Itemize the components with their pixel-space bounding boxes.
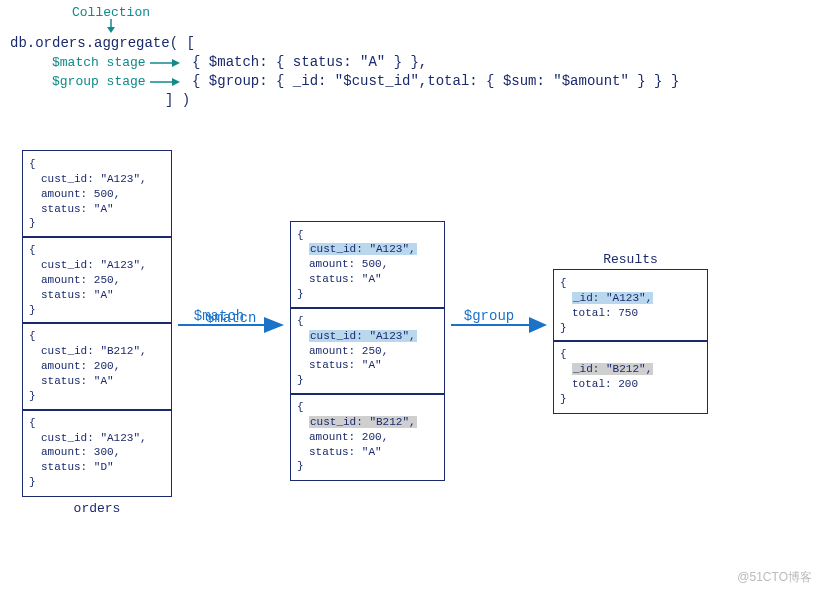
orders-column: { cust_id: "A123", amount: 500, status: … <box>22 150 172 516</box>
orders-stack: { cust_id: "A123", amount: 500, status: … <box>22 150 172 497</box>
highlight-id: _id: "A123", <box>572 292 653 304</box>
code-header: Collection db.orders.aggregate( [ $match… <box>10 6 679 110</box>
collection-label: Collection <box>72 6 150 19</box>
highlight-cust-id: cust_id: "A123", <box>309 330 417 342</box>
pipeline-diagram: { cust_id: "A123", amount: 500, status: … <box>22 150 810 516</box>
svg-marker-7 <box>264 317 284 333</box>
group-arrow-label: $group <box>464 308 514 324</box>
matched-doc: { cust_id: "B212", amount: 200, status: … <box>290 393 445 481</box>
result-doc: { _id: "B212", total: 200 } <box>553 340 708 413</box>
svg-marker-1 <box>107 27 115 33</box>
matched-stack: { cust_id: "A123", amount: 500, status: … <box>290 221 445 482</box>
match-stage-line: $match stage { $match: { status: "A" } }… <box>10 53 679 72</box>
order-doc: { cust_id: "A123", amount: 300, status: … <box>22 409 172 497</box>
close-bracket: ] ) <box>10 91 679 110</box>
order-doc: { cust_id: "B212", amount: 200, status: … <box>22 322 172 410</box>
group-stage-label: $group stage <box>52 73 146 91</box>
orders-title: orders <box>22 501 172 516</box>
group-stage-line: $group stage { $group: { _id: "$cust_id"… <box>10 72 679 91</box>
results-column: Results { _id: "A123", total: 750 } { _i… <box>553 252 708 414</box>
svg-marker-10 <box>529 317 547 333</box>
arrow-right-icon <box>150 57 180 69</box>
aggregate-call-line: db.orders.aggregate( [ <box>10 34 679 53</box>
collection-pointer: Collection <box>72 6 150 33</box>
highlight-cust-id: cust_id: "B212", <box>309 416 417 428</box>
highlight-cust-id: cust_id: "A123", <box>309 243 417 255</box>
match-arrow: $match $match <box>176 314 286 352</box>
matched-doc: { cust_id: "A123", amount: 500, status: … <box>290 221 445 309</box>
results-title: Results <box>553 252 708 267</box>
order-doc: { cust_id: "A123", amount: 500, status: … <box>22 150 172 238</box>
group-arrow: $group <box>449 314 549 352</box>
match-arrow-label: $match <box>194 308 244 324</box>
highlight-id: _id: "B212", <box>572 363 653 375</box>
arrow-right-icon <box>150 76 180 88</box>
svg-marker-3 <box>172 59 180 67</box>
order-doc: { cust_id: "A123", amount: 250, status: … <box>22 236 172 324</box>
watermark: @51CTO博客 <box>737 569 812 586</box>
arrow-down-icon <box>104 19 118 33</box>
matched-doc: { cust_id: "A123", amount: 250, status: … <box>290 307 445 395</box>
results-stack: { _id: "A123", total: 750 } { _id: "B212… <box>553 269 708 414</box>
group-stage-code: { $group: { _id: "$cust_id",total: { $su… <box>192 73 679 89</box>
match-stage-label: $match stage <box>52 54 146 72</box>
svg-marker-5 <box>172 78 180 86</box>
match-stage-code: { $match: { status: "A" } }, <box>192 54 427 70</box>
result-doc: { _id: "A123", total: 750 } <box>553 269 708 342</box>
